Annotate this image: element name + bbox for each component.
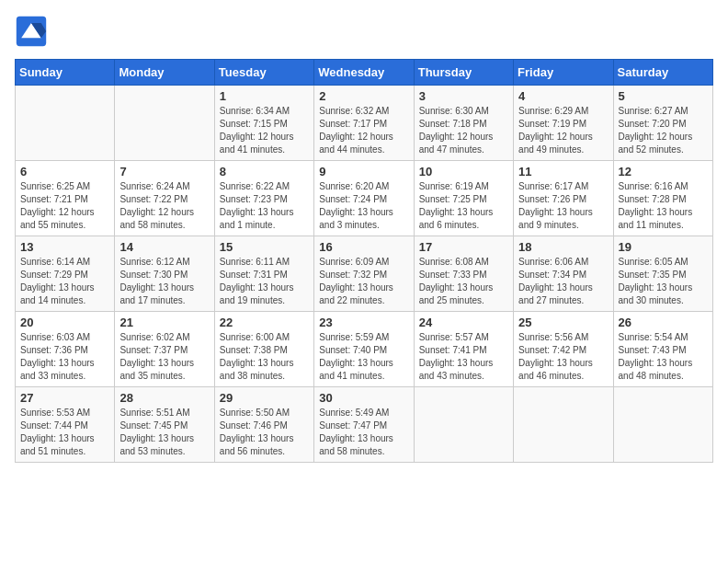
sunset-text: Sunset: 7:20 PM xyxy=(619,118,708,131)
week-row-1: 1 Sunrise: 6:34 AM Sunset: 7:15 PM Dayli… xyxy=(16,86,713,161)
day-info: Sunrise: 6:05 AM Sunset: 7:35 PM Dayligh… xyxy=(619,256,708,307)
sunset-text: Sunset: 7:30 PM xyxy=(119,269,209,282)
sunset-text: Sunset: 7:18 PM xyxy=(419,118,508,131)
daylight-text: Daylight: 12 hours and 55 minutes. xyxy=(20,206,109,232)
day-info: Sunrise: 6:24 AM Sunset: 7:22 PM Dayligh… xyxy=(119,180,209,232)
sunset-text: Sunset: 7:47 PM xyxy=(319,419,408,432)
calendar-cell: 2 Sunrise: 6:32 AM Sunset: 7:17 PM Dayli… xyxy=(314,86,414,161)
sunrise-text: Sunrise: 6:32 AM xyxy=(319,105,408,118)
day-header-friday: Friday xyxy=(514,60,613,86)
day-number: 12 xyxy=(619,165,708,178)
daylight-text: Daylight: 13 hours and 6 minutes. xyxy=(419,206,508,232)
day-info: Sunrise: 6:19 AM Sunset: 7:25 PM Dayligh… xyxy=(419,180,508,232)
daylight-text: Daylight: 12 hours and 44 minutes. xyxy=(319,131,408,156)
sunrise-text: Sunrise: 6:30 AM xyxy=(419,105,508,118)
day-info: Sunrise: 6:17 AM Sunset: 7:26 PM Dayligh… xyxy=(518,180,608,232)
day-info: Sunrise: 6:14 AM Sunset: 7:29 PM Dayligh… xyxy=(20,256,109,307)
calendar-table: SundayMondayTuesdayWednesdayThursdayFrid… xyxy=(15,59,713,463)
calendar-cell: 8 Sunrise: 6:22 AM Sunset: 7:23 PM Dayli… xyxy=(214,161,313,236)
day-info: Sunrise: 6:29 AM Sunset: 7:19 PM Dayligh… xyxy=(518,105,608,156)
week-row-5: 27 Sunrise: 5:53 AM Sunset: 7:44 PM Dayl… xyxy=(16,387,713,463)
daylight-text: Daylight: 13 hours and 3 minutes. xyxy=(319,206,408,232)
daylight-text: Daylight: 13 hours and 43 minutes. xyxy=(419,357,508,383)
calendar-cell: 23 Sunrise: 5:59 AM Sunset: 7:40 PM Dayl… xyxy=(314,312,414,387)
daylight-text: Daylight: 13 hours and 14 minutes. xyxy=(20,282,109,307)
sunset-text: Sunset: 7:28 PM xyxy=(619,193,708,206)
sunrise-text: Sunrise: 5:49 AM xyxy=(319,407,408,419)
daylight-text: Daylight: 13 hours and 35 minutes. xyxy=(119,357,209,383)
sunset-text: Sunset: 7:29 PM xyxy=(20,269,109,282)
calendar-cell: 22 Sunrise: 6:00 AM Sunset: 7:38 PM Dayl… xyxy=(214,312,313,387)
calendar-cell: 25 Sunrise: 5:56 AM Sunset: 7:42 PM Dayl… xyxy=(514,312,613,387)
sunset-text: Sunset: 7:43 PM xyxy=(619,344,708,357)
calendar-cell: 13 Sunrise: 6:14 AM Sunset: 7:29 PM Dayl… xyxy=(16,236,115,312)
sunset-text: Sunset: 7:40 PM xyxy=(319,344,408,357)
sunrise-text: Sunrise: 5:50 AM xyxy=(220,407,309,419)
day-number: 17 xyxy=(419,240,508,254)
day-number: 20 xyxy=(20,316,109,329)
sunset-text: Sunset: 7:45 PM xyxy=(119,419,209,432)
day-number: 15 xyxy=(220,240,309,254)
daylight-text: Daylight: 13 hours and 27 minutes. xyxy=(518,282,608,307)
sunset-text: Sunset: 7:37 PM xyxy=(119,344,209,357)
daylight-text: Daylight: 13 hours and 9 minutes. xyxy=(518,206,608,232)
calendar-cell: 18 Sunrise: 6:06 AM Sunset: 7:34 PM Dayl… xyxy=(514,236,613,312)
header-row: SundayMondayTuesdayWednesdayThursdayFrid… xyxy=(16,60,713,86)
day-header-tuesday: Tuesday xyxy=(214,60,313,86)
day-info: Sunrise: 6:06 AM Sunset: 7:34 PM Dayligh… xyxy=(518,256,608,307)
calendar-cell: 4 Sunrise: 6:29 AM Sunset: 7:19 PM Dayli… xyxy=(514,86,613,161)
daylight-text: Daylight: 12 hours and 47 minutes. xyxy=(419,131,508,156)
day-number: 1 xyxy=(220,89,309,103)
sunrise-text: Sunrise: 6:08 AM xyxy=(419,256,508,269)
day-header-saturday: Saturday xyxy=(613,60,712,86)
daylight-text: Daylight: 13 hours and 41 minutes. xyxy=(319,357,408,383)
sunrise-text: Sunrise: 6:20 AM xyxy=(319,180,408,193)
sunset-text: Sunset: 7:25 PM xyxy=(419,193,508,206)
calendar-cell: 24 Sunrise: 5:57 AM Sunset: 7:41 PM Dayl… xyxy=(414,312,513,387)
calendar-cell xyxy=(16,86,115,161)
day-header-wednesday: Wednesday xyxy=(314,60,414,86)
calendar-cell: 16 Sunrise: 6:09 AM Sunset: 7:32 PM Dayl… xyxy=(314,236,414,312)
sunset-text: Sunset: 7:41 PM xyxy=(419,344,508,357)
daylight-text: Daylight: 12 hours and 49 minutes. xyxy=(518,131,608,156)
day-info: Sunrise: 5:53 AM Sunset: 7:44 PM Dayligh… xyxy=(20,407,109,458)
day-info: Sunrise: 5:56 AM Sunset: 7:42 PM Dayligh… xyxy=(518,331,608,383)
day-number: 29 xyxy=(220,391,309,405)
daylight-text: Daylight: 13 hours and 25 minutes. xyxy=(419,282,508,307)
sunrise-text: Sunrise: 6:16 AM xyxy=(619,180,708,193)
sunrise-text: Sunrise: 6:14 AM xyxy=(20,256,109,269)
day-number: 13 xyxy=(20,240,109,254)
sunset-text: Sunset: 7:26 PM xyxy=(518,193,608,206)
daylight-text: Daylight: 13 hours and 1 minute. xyxy=(220,206,309,232)
day-number: 27 xyxy=(20,391,109,405)
day-number: 22 xyxy=(220,316,309,329)
calendar-cell: 6 Sunrise: 6:25 AM Sunset: 7:21 PM Dayli… xyxy=(16,161,115,236)
sunset-text: Sunset: 7:34 PM xyxy=(518,269,608,282)
sunset-text: Sunset: 7:35 PM xyxy=(619,269,708,282)
day-number: 11 xyxy=(518,165,608,178)
sunrise-text: Sunrise: 6:25 AM xyxy=(20,180,109,193)
day-number: 10 xyxy=(419,165,508,178)
day-number: 5 xyxy=(619,89,708,103)
day-number: 23 xyxy=(319,316,408,329)
daylight-text: Daylight: 13 hours and 22 minutes. xyxy=(319,282,408,307)
daylight-text: Daylight: 13 hours and 33 minutes. xyxy=(20,357,109,383)
sunset-text: Sunset: 7:21 PM xyxy=(20,193,109,206)
day-number: 14 xyxy=(119,240,209,254)
week-row-3: 13 Sunrise: 6:14 AM Sunset: 7:29 PM Dayl… xyxy=(16,236,713,312)
daylight-text: Daylight: 13 hours and 11 minutes. xyxy=(619,206,708,232)
day-number: 24 xyxy=(419,316,508,329)
day-info: Sunrise: 6:08 AM Sunset: 7:33 PM Dayligh… xyxy=(419,256,508,307)
day-number: 26 xyxy=(619,316,708,329)
sunset-text: Sunset: 7:15 PM xyxy=(220,118,309,131)
page-header xyxy=(15,15,713,48)
calendar-cell: 28 Sunrise: 5:51 AM Sunset: 7:45 PM Dayl… xyxy=(115,387,214,463)
sunrise-text: Sunrise: 6:05 AM xyxy=(619,256,708,269)
week-row-2: 6 Sunrise: 6:25 AM Sunset: 7:21 PM Dayli… xyxy=(16,161,713,236)
calendar-cell: 29 Sunrise: 5:50 AM Sunset: 7:46 PM Dayl… xyxy=(214,387,313,463)
sunset-text: Sunset: 7:33 PM xyxy=(419,269,508,282)
daylight-text: Daylight: 12 hours and 58 minutes. xyxy=(119,206,209,232)
day-info: Sunrise: 6:25 AM Sunset: 7:21 PM Dayligh… xyxy=(20,180,109,232)
daylight-text: Daylight: 13 hours and 48 minutes. xyxy=(619,357,708,383)
sunrise-text: Sunrise: 5:54 AM xyxy=(619,331,708,344)
